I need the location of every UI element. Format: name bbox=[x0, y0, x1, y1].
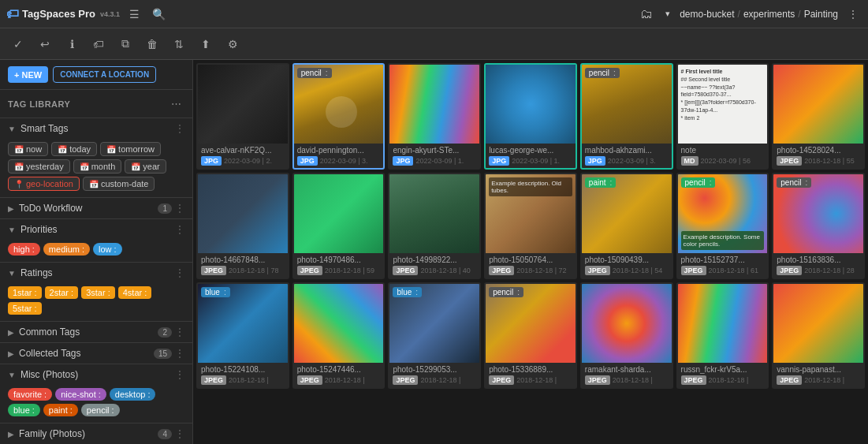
photo-name-12: photo-15090439... bbox=[585, 256, 669, 264]
photo-card-2[interactable]: pencil : david-pennington... JPG 2022-03… bbox=[292, 63, 386, 170]
photo-card-12[interactable]: paint : photo-15090439... JPEG 2018-12-1… bbox=[580, 173, 673, 279]
photo-info-9: photo-14970486... JPEG 2018-12-18 | 59 bbox=[294, 253, 384, 278]
rating-4star-chip[interactable]: 4star : bbox=[118, 286, 152, 299]
photo-card-14[interactable]: pencil : photo-15163836... JPEG 2018-12-… bbox=[772, 173, 865, 279]
breadcrumb-more-icon[interactable]: ⋮ bbox=[844, 6, 862, 22]
misc-desktop-chip[interactable]: desktop : bbox=[110, 388, 156, 401]
breadcrumb-experiments[interactable]: experiments bbox=[743, 9, 795, 20]
photo-card-7[interactable]: photo-14528024... JPEG 2018-12-18 | 55 bbox=[772, 63, 865, 170]
photo-card-19[interactable]: ramakant-sharda... JPEG 2018-12-18 | bbox=[580, 282, 673, 389]
todo-workflow-header[interactable]: ▶ ToDo Workflow 1 ⋮ bbox=[0, 198, 192, 218]
move-button[interactable]: ⇅ bbox=[167, 33, 191, 55]
photo-meta-11: JPEG 2018-12-18 | 72 bbox=[489, 266, 572, 275]
priorities-toggle-icon: ▼ bbox=[8, 226, 16, 234]
smart-tags-more-icon[interactable]: ⋮ bbox=[175, 123, 184, 134]
search-icon[interactable]: 🔍 bbox=[149, 6, 169, 22]
select-all-button[interactable]: ✓ bbox=[6, 33, 30, 55]
photo-thumb-2: pencil : bbox=[294, 65, 384, 144]
format-badge-14: JPEG bbox=[777, 266, 802, 275]
collected-tags-more-icon[interactable]: ⋮ bbox=[175, 348, 184, 359]
copy-button[interactable]: ⧉ bbox=[114, 33, 137, 55]
photo-card-15[interactable]: blue : photo-15224108... JPEG 2018-12-18… bbox=[196, 282, 289, 389]
photo-card-18[interactable]: pencil : photo-15336889... JPEG 2018-12-… bbox=[484, 282, 577, 389]
delete-button[interactable]: 🗑 bbox=[140, 33, 164, 55]
photo-card-21[interactable]: vannis-papanast... JPEG 2018-12-18 | bbox=[772, 282, 865, 389]
ratings-header[interactable]: ▼ Ratings ⋮ bbox=[0, 263, 192, 283]
photo-card-6[interactable]: # First level title ## Second level titl… bbox=[676, 63, 769, 170]
priority-high-chip[interactable]: high : bbox=[8, 243, 40, 256]
photo-thumb-15: blue : bbox=[198, 284, 288, 363]
rating-1star-chip[interactable]: 1star : bbox=[8, 286, 42, 299]
photo-meta-16: JPEG 2018-12-18 | bbox=[297, 375, 381, 385]
smart-tags-header[interactable]: ▼ Smart Tags ⋮ bbox=[0, 118, 192, 139]
misc-pencil-chip[interactable]: pencil : bbox=[81, 404, 120, 416]
info-button[interactable]: ℹ bbox=[60, 33, 84, 55]
priority-medium-chip[interactable]: medium : bbox=[43, 243, 90, 256]
photo-tag-2: pencil : bbox=[297, 68, 332, 78]
ratings-more-icon[interactable]: ⋮ bbox=[175, 267, 184, 278]
misc-blue-chip[interactable]: blue : bbox=[8, 404, 40, 416]
format-badge-17: JPEG bbox=[393, 375, 418, 385]
misc-paint-chip[interactable]: paint : bbox=[43, 404, 78, 416]
photo-card-16[interactable]: photo-15247446... JPEG 2018-12-18 | bbox=[292, 282, 386, 389]
collected-tags-header[interactable]: ▶ Collected Tags 15 ⋮ bbox=[0, 343, 192, 364]
upload-button[interactable]: ⬆ bbox=[194, 33, 218, 55]
format-badge-12: JPEG bbox=[585, 266, 610, 275]
misc-photos-more-icon[interactable]: ⋮ bbox=[175, 369, 184, 380]
photo-meta-15: JPEG 2018-12-18 | bbox=[201, 375, 285, 385]
photo-card-10[interactable]: photo-14998922... JPEG 2018-12-18 | 40 bbox=[388, 173, 481, 279]
family-photos-more-icon[interactable]: ⋮ bbox=[175, 428, 184, 439]
photo-card-9[interactable]: photo-14970486... JPEG 2018-12-18 | 59 bbox=[292, 173, 386, 279]
photo-info-20: russn_fckr-krV5a... JPEG 2018-12-18 | bbox=[678, 363, 768, 387]
todo-workflow-more-icon[interactable]: ⋮ bbox=[175, 203, 184, 214]
rating-3star-chip[interactable]: 3star : bbox=[81, 286, 115, 299]
bucket-dropdown-btn[interactable]: ▾ bbox=[662, 7, 673, 21]
photo-meta-4: JPG 2022-03-09 | 1. bbox=[489, 156, 572, 166]
photo-card-13[interactable]: pencil : Example description. Some color… bbox=[676, 173, 769, 279]
photo-info-13: photo-15152737... JPEG 2018-12-18 | 61 bbox=[678, 253, 768, 278]
smart-chip-yesterday[interactable]: 📅yesterday bbox=[8, 159, 70, 173]
connect-location-button[interactable]: CONNECT A LOCATION bbox=[53, 66, 156, 83]
new-button[interactable]: + NEW bbox=[8, 66, 48, 83]
breadcrumb-bucket[interactable]: demo-bucket bbox=[680, 9, 734, 20]
misc-favorite-chip[interactable]: favorite : bbox=[8, 388, 52, 401]
common-tags-more-icon[interactable]: ⋮ bbox=[175, 326, 184, 338]
rating-5star-chip[interactable]: 5star : bbox=[8, 302, 42, 315]
photo-card-3[interactable]: engin-akyurt-STe... JPG 2022-03-09 | 1. bbox=[388, 63, 481, 170]
priority-low-chip[interactable]: low : bbox=[93, 243, 122, 256]
menu-toggle-icon[interactable]: ☰ bbox=[126, 6, 143, 22]
photo-meta-1: JPG 2022-03-09 | 2. bbox=[201, 156, 285, 166]
priorities-more-icon[interactable]: ⋮ bbox=[175, 224, 184, 235]
photo-card-5[interactable]: pencil : mahbod-akhzami... JPG 2022-03-0… bbox=[580, 63, 673, 170]
settings-button[interactable]: ⚙ bbox=[221, 33, 244, 55]
rating-2star-chip[interactable]: 2star : bbox=[45, 286, 79, 299]
misc-niceshot-chip[interactable]: nice-shot : bbox=[55, 388, 106, 401]
smart-chip-month[interactable]: 📅month bbox=[73, 159, 122, 173]
photo-card-17[interactable]: blue : photo-15299053... JPEG 2018-12-18… bbox=[388, 282, 481, 389]
smart-chip-now[interactable]: 📅now bbox=[8, 142, 48, 156]
priorities-header[interactable]: ▼ Priorities ⋮ bbox=[0, 219, 192, 240]
tag-library-title: TAG LIBRARY bbox=[8, 99, 70, 109]
smart-chip-year[interactable]: 📅year bbox=[125, 159, 166, 173]
meta-text-16: 2018-12-18 | bbox=[325, 376, 365, 384]
photo-card-1[interactable]: ave-calvar-nKF2Q... JPG 2022-03-09 | 2. bbox=[196, 63, 289, 170]
photo-thumb-4 bbox=[486, 65, 576, 144]
photo-card-11[interactable]: Example description. Old tubes. photo-15… bbox=[484, 173, 577, 279]
breadcrumb-painting[interactable]: Painting bbox=[804, 9, 838, 20]
smart-chip-today[interactable]: 📅today bbox=[51, 142, 97, 156]
misc-photos-header[interactable]: ▼ Misc (Photos) ⋮ bbox=[0, 364, 192, 385]
family-photos-header[interactable]: ▶ Family (Photos) 4 ⋮ bbox=[0, 423, 192, 444]
photo-card-4[interactable]: lucas-george-we... JPG 2022-03-09 | 1. bbox=[484, 63, 577, 170]
meta-text-9: 2018-12-18 | 59 bbox=[325, 267, 374, 274]
photo-card-8[interactable]: photo-14667848... JPEG 2018-12-18 | 78 bbox=[196, 173, 289, 279]
tag-library-more-button[interactable]: ⋯ bbox=[168, 96, 184, 111]
photo-card-20[interactable]: russn_fckr-krV5a... JPEG 2018-12-18 | bbox=[676, 282, 769, 389]
smart-chip-custom-date[interactable]: 📅custom-date bbox=[83, 177, 155, 191]
photo-name-1: ave-calvar-nKF2Q... bbox=[201, 146, 285, 155]
tag-button[interactable]: 🏷 bbox=[87, 33, 110, 55]
back-button[interactable]: ↩ bbox=[33, 33, 57, 55]
smart-chip-tomorrow[interactable]: 📅tomorrow bbox=[100, 142, 161, 156]
meta-text-19: 2018-12-18 | bbox=[613, 376, 653, 384]
smart-chip-geo-location[interactable]: 📍geo-location bbox=[8, 177, 80, 191]
common-tags-header[interactable]: ▶ Common Tags 2 ⋮ bbox=[0, 322, 192, 342]
